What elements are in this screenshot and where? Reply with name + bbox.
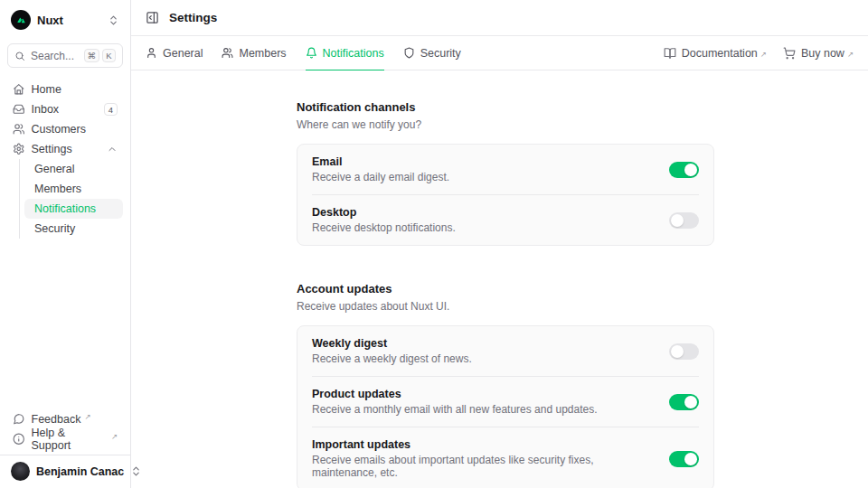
users-icon (222, 47, 233, 59)
user-menu[interactable]: Benjamin Canac (0, 455, 130, 488)
sidebar: Nuxt Search... ⌘ K Home (0, 0, 131, 488)
section-account-updates: Account updates Receive updates about Nu… (297, 282, 714, 488)
setting-row-important-updates: Important updates Receive emails about i… (297, 427, 713, 488)
user-icon (146, 47, 157, 59)
sidebar-item-settings-notifications[interactable]: Notifications (24, 199, 123, 219)
search-input[interactable]: Search... ⌘ K (7, 43, 123, 68)
documentation-link[interactable]: Documentation ↗ (664, 47, 767, 60)
app-window: Nuxt Search... ⌘ K Home (0, 0, 868, 488)
search-icon (14, 51, 25, 61)
inbox-icon (13, 103, 25, 116)
tab-members[interactable]: Members (222, 36, 286, 70)
inbox-count-badge: 4 (104, 103, 118, 116)
sidebar-footer-links: Feedback ↗ Help & Support ↗ (7, 409, 123, 455)
product-updates-toggle[interactable] (669, 394, 699, 410)
settings-subnav: General Members Notifications Security (19, 159, 123, 239)
weekly-digest-toggle[interactable] (669, 343, 699, 360)
shopping-cart-icon (783, 47, 796, 60)
section-description: Where can we notify you? (297, 118, 714, 131)
important-updates-toggle[interactable] (669, 451, 699, 467)
kbd-meta: ⌘ (84, 49, 100, 62)
buy-now-link[interactable]: Buy now ↗ (783, 47, 854, 60)
section-notification-channels: Notification channels Where can we notif… (297, 100, 714, 246)
setting-row-email: Email Receive a daily email digest. (297, 145, 713, 194)
section-description: Receive updates about Nuxt UI. (297, 300, 714, 313)
book-open-icon (664, 47, 676, 60)
page-title: Settings (169, 11, 217, 24)
setting-row-product-updates: Product updates Receive a monthly email … (297, 377, 713, 427)
external-link-icon: ↗ (847, 50, 854, 59)
chevron-up-icon (107, 144, 118, 155)
gear-icon (13, 143, 25, 155)
external-link-icon: ↗ (111, 432, 118, 441)
kbd-key: K (102, 49, 116, 62)
sidebar-item-settings-security[interactable]: Security (24, 219, 123, 239)
bell-icon (306, 47, 317, 59)
settings-content: Notification channels Where can we notif… (131, 70, 868, 488)
message-circle-icon (13, 413, 25, 426)
email-toggle[interactable] (669, 162, 699, 178)
tab-notifications[interactable]: Notifications (306, 36, 384, 70)
sidebar-item-inbox[interactable]: Inbox 4 (7, 99, 123, 119)
chevrons-up-down-icon (108, 14, 119, 26)
sidebar-nav: Home Inbox 4 Customers Settings (7, 80, 123, 239)
search-shortcut: ⌘ K (84, 49, 117, 62)
tab-general[interactable]: General (146, 36, 203, 70)
main-panel: Settings General Members Notifications S… (131, 0, 868, 488)
help-circle-icon (13, 433, 25, 446)
team-name: Nuxt (37, 14, 101, 27)
external-link-icon: ↗ (84, 412, 90, 421)
section-title: Notification channels (297, 100, 714, 114)
home-icon (13, 83, 25, 96)
sidebar-item-settings[interactable]: Settings (7, 139, 123, 159)
external-link-icon: ↗ (760, 50, 767, 59)
shield-icon (403, 47, 415, 59)
tabbar-actions: Documentation ↗ Buy now ↗ (664, 47, 854, 60)
team-selector[interactable]: Nuxt (7, 7, 123, 33)
settings-card: Weekly digest Receive a weekly digest of… (297, 325, 714, 488)
setting-row-weekly-digest: Weekly digest Receive a weekly digest of… (297, 326, 713, 376)
sidebar-item-home[interactable]: Home (7, 80, 123, 99)
collapse-sidebar-button[interactable] (146, 11, 159, 24)
topbar: Settings (131, 0, 868, 36)
tabbar: General Members Notifications Security D… (131, 36, 868, 70)
sidebar-item-customers[interactable]: Customers (7, 119, 123, 139)
user-name: Benjamin Canac (36, 465, 124, 478)
nuxt-logo-icon (11, 10, 31, 30)
sidebar-item-settings-general[interactable]: General (24, 159, 123, 179)
tab-security[interactable]: Security (403, 36, 461, 70)
search-placeholder: Search... (31, 50, 79, 62)
avatar (11, 462, 30, 481)
section-title: Account updates (297, 282, 714, 296)
settings-card: Email Receive a daily email digest. Desk… (297, 144, 714, 246)
help-support-link[interactable]: Help & Support ↗ (7, 429, 123, 449)
sidebar-item-settings-members[interactable]: Members (24, 179, 123, 199)
setting-row-desktop: Desktop Receive desktop notifications. (297, 195, 713, 245)
users-icon (13, 123, 25, 136)
desktop-toggle[interactable] (669, 212, 699, 229)
